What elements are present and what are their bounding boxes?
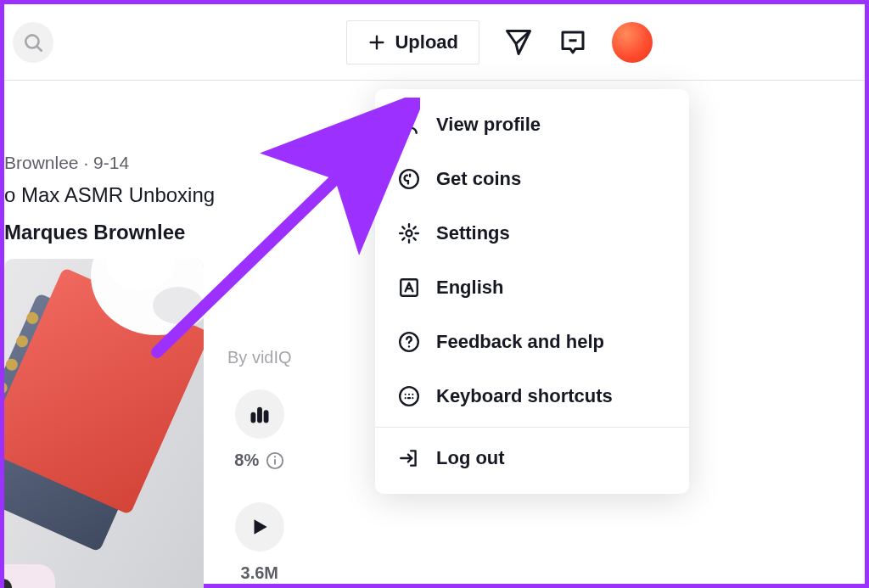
video-thumbnail[interactable] [4,259,204,588]
menu-view-profile[interactable]: View profile [375,98,689,152]
header-bar: Upload [4,4,865,81]
upload-button[interactable]: Upload [346,20,479,64]
menu-settings[interactable]: Settings [375,206,689,260]
percent-label: 8% [234,451,259,470]
inbox-icon [558,27,588,58]
search-button[interactable] [13,22,53,63]
post-author-bold[interactable]: Marques Brownlee [4,221,215,244]
svg-rect-40 [407,397,411,399]
gear-icon [398,222,420,244]
svg-line-1 [37,46,42,50]
logout-icon [398,447,420,469]
play-icon [249,516,271,538]
menu-feedback-label: Feedback and help [436,331,604,353]
post-title: o Max ASMR Unboxing [4,183,215,207]
profile-avatar[interactable] [612,22,653,63]
stats-byline: By vidIQ [227,348,292,367]
inbox-button[interactable] [558,27,588,58]
svg-point-35 [405,394,406,395]
video-stats: By vidIQ 8% [227,348,292,583]
svg-point-36 [408,394,410,395]
svg-point-29 [400,170,418,188]
svg-point-28 [406,117,413,125]
svg-point-18 [153,287,204,324]
svg-rect-23 [257,407,262,423]
language-icon [398,277,420,299]
coin-icon [398,168,420,190]
help-icon [398,331,420,353]
post-meta: Brownlee · 9-14 o Max ASMR Unboxing Marq… [4,153,215,244]
menu-view-profile-label: View profile [436,114,541,136]
svg-point-38 [405,397,406,399]
menu-get-coins[interactable]: Get coins [375,152,689,206]
thumbnail-image [4,259,204,588]
bars-icon [248,402,272,426]
search-icon [22,31,44,53]
analytics-button[interactable] [235,389,284,439]
svg-rect-19 [4,564,55,588]
messages-button[interactable] [503,27,534,58]
svg-rect-24 [263,410,268,423]
svg-rect-22 [250,412,255,423]
svg-point-34 [400,387,418,406]
menu-logout-label: Log out [436,447,505,469]
profile-dropdown: View profile Get coins S [375,89,689,494]
views-label: 3.6M [241,563,278,583]
menu-language-label: English [436,277,503,299]
keyboard-icon [398,385,420,407]
menu-get-coins-label: Get coins [436,168,521,190]
person-icon [398,114,420,136]
upload-label: Upload [395,31,458,53]
svg-point-39 [412,397,413,399]
svg-point-33 [408,345,410,347]
menu-shortcuts-label: Keyboard shortcuts [436,385,613,407]
menu-shortcuts[interactable]: Keyboard shortcuts [375,369,689,423]
play-button[interactable] [235,502,284,552]
menu-logout[interactable]: Log out [375,427,689,485]
menu-language[interactable]: English [375,260,689,315]
svg-point-27 [274,456,276,457]
svg-point-30 [406,231,412,237]
info-icon[interactable] [266,451,284,470]
svg-point-37 [412,394,413,395]
post-author-date: Brownlee · 9-14 [4,153,215,173]
send-icon [503,27,534,58]
plus-icon [367,33,386,52]
menu-settings-label: Settings [436,222,510,244]
menu-feedback[interactable]: Feedback and help [375,315,689,369]
